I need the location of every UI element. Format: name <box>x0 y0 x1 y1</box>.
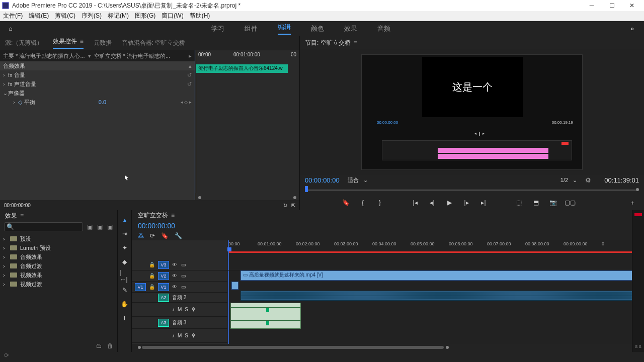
fx-badge-yuv-icon[interactable]: ▣ <box>106 223 113 230</box>
ec-panner[interactable]: 声像器 <box>8 89 192 97</box>
workspace-tab-color[interactable]: 颜色 <box>311 24 324 33</box>
home-icon[interactable]: ⌂ <box>6 24 15 33</box>
go-to-out-icon[interactable]: ▸| <box>479 198 488 207</box>
program-fit-dropdown[interactable]: 适合 ⌄ <box>348 176 368 184</box>
track-header-v2[interactable]: 🔒V2👁▭ <box>132 270 227 282</box>
effects-folder-audio-effects[interactable]: ›音频效果 <box>3 252 114 261</box>
track-header-a2-ctrl[interactable]: ♪MS🎙 <box>132 303 227 317</box>
workspace-tab-effects[interactable]: 效果 <box>344 24 357 33</box>
ec-fx-volume[interactable]: fx 音量 <box>8 71 187 79</box>
ec-fx-channel-volume[interactable]: fx 声道音量 <box>8 80 187 88</box>
tab-effect-controls[interactable]: 效果控件 ≡ <box>53 37 83 49</box>
extract-icon[interactable]: ⬒ <box>531 198 540 207</box>
ec-zoom-handle-left[interactable] <box>198 196 201 199</box>
fx-badge-32bit-icon[interactable]: ▣ <box>96 223 103 230</box>
minimize-button[interactable]: ─ <box>582 0 602 11</box>
clip-audio-a3[interactable] <box>230 303 301 329</box>
step-forward-icon[interactable]: |▸ <box>462 198 471 207</box>
comparison-icon[interactable]: ▢▢ <box>566 198 575 207</box>
timeline-ruler[interactable]: 00:00 00:01:00:00 00:02:00:00 00:03:00:0… <box>227 240 644 251</box>
pen-tool-icon[interactable]: ✎ <box>120 286 129 295</box>
type-tool-icon[interactable]: T <box>120 314 129 323</box>
ec-sequence-link[interactable]: 空旷立交桥 * 流行电子励志的... <box>94 52 171 60</box>
selection-tool-icon[interactable]: ▴ <box>120 215 129 224</box>
clip-v1-small[interactable] <box>231 282 238 290</box>
track-header-a3-ctrl[interactable]: ♪MS🎙 <box>132 329 227 343</box>
button-editor-icon[interactable]: ＋ <box>628 198 637 207</box>
add-marker-tl-icon[interactable]: 🔖 <box>161 232 169 239</box>
step-back-icon[interactable]: ◂| <box>428 198 437 207</box>
ec-balance-value[interactable]: 0.0 <box>99 99 106 105</box>
menu-help[interactable]: 帮助(H) <box>187 12 213 20</box>
workspace-tab-audio[interactable]: 音频 <box>377 24 390 33</box>
tab-source[interactable]: 源:（无剪辑） <box>5 39 43 47</box>
play-icon[interactable]: ▶ <box>445 198 454 207</box>
ec-export-icon[interactable]: ⇱ <box>291 203 295 208</box>
menu-markers[interactable]: 标记(M) <box>105 12 132 20</box>
playhead-icon[interactable] <box>227 247 231 251</box>
timeline-zoom-scroll[interactable] <box>132 344 644 352</box>
snap-icon[interactable]: ⁂ <box>138 232 144 239</box>
timeline-settings-icon[interactable]: 🔧 <box>175 232 182 239</box>
maximize-button[interactable]: ☐ <box>602 0 622 11</box>
mark-in-icon[interactable]: { <box>358 198 367 207</box>
add-marker-icon[interactable]: 🔖 <box>341 198 350 207</box>
program-scrubber[interactable] <box>300 185 644 195</box>
slip-tool-icon[interactable]: |↔| <box>120 272 129 281</box>
fx-badge-accel-icon[interactable]: ▣ <box>86 223 93 230</box>
linked-selection-icon[interactable]: ⟳ <box>150 232 155 239</box>
timeline-tracks-area[interactable]: 00:00 00:01:00:00 00:02:00:00 00:03:00:0… <box>227 240 644 344</box>
settings-icon[interactable]: ⚙ <box>585 176 591 184</box>
menu-graphics[interactable]: 图形(G) <box>132 12 158 20</box>
menu-sequence[interactable]: 序列(S) <box>78 12 105 20</box>
ec-clip-bar[interactable]: 流行电子励志的振奋人心音乐64124.w <box>196 64 288 73</box>
workspace-tab-assembly[interactable]: 组件 <box>245 24 258 33</box>
mark-out-icon[interactable]: } <box>375 198 384 207</box>
export-frame-icon[interactable]: 📷 <box>548 198 557 207</box>
workspace-overflow-icon[interactable]: » <box>630 25 634 32</box>
track-header-a3[interactable]: A3音频 3 <box>132 317 227 329</box>
timeline-sequence-name[interactable]: 空旷立交桥 <box>138 211 168 220</box>
effect-controls-panel: 源:（无剪辑） 效果控件 ≡ 元数据 音轨混合器: 空旷立交桥 主要 * 流行电… <box>0 36 300 210</box>
go-to-in-icon[interactable]: |◂ <box>411 198 420 207</box>
menu-window[interactable]: 窗口(W) <box>158 12 186 20</box>
track-select-tool-icon[interactable]: ⇥ <box>120 229 129 238</box>
menu-clip[interactable]: 剪辑(C) <box>52 12 78 20</box>
program-preview[interactable]: 这是一个 00;00;00;00 00;00;19;19 ◂‖▸ <box>361 54 583 170</box>
delete-icon[interactable]: 🗑 <box>107 342 113 349</box>
menu-file[interactable]: 文件(F) <box>0 12 26 20</box>
ec-mini-timeline[interactable]: 00:00 00:01:00:00 00 流行电子励志的振奋人心音乐64124.… <box>195 50 299 200</box>
menu-edit[interactable]: 编辑(E) <box>26 12 52 20</box>
track-header-v1[interactable]: V1🔒V1👁▭ <box>132 282 227 293</box>
program-video-frame: 这是一个 <box>422 57 523 117</box>
lift-icon[interactable]: ⬚ <box>514 198 523 207</box>
menu-bar: 文件(F) 编辑(E) 剪辑(C) 序列(S) 标记(M) 图形(G) 窗口(W… <box>0 11 644 21</box>
mini-timeline[interactable] <box>382 140 572 160</box>
new-bin-icon[interactable]: 🗀 <box>96 342 102 349</box>
workspace-tab-learn[interactable]: 学习 <box>211 24 224 33</box>
playhead-line[interactable] <box>228 240 229 344</box>
effects-folder-lumetri[interactable]: ›Lumetri 预设 <box>3 243 114 252</box>
clip-audio-a2[interactable] <box>240 291 633 301</box>
ripple-edit-tool-icon[interactable]: ✦ <box>120 243 129 252</box>
workspace-tab-editing[interactable]: 编辑 <box>278 23 291 35</box>
tab-audio-mixer[interactable]: 音轨混合器: 空旷立交桥 <box>122 39 186 47</box>
program-resolution-dropdown[interactable]: 1/2 ⌄ <box>560 177 577 184</box>
close-button[interactable]: ✕ <box>622 0 642 11</box>
timeline-current-time[interactable]: 00:00:00:00 <box>138 222 175 230</box>
effects-search-input[interactable]: 🔍 <box>4 222 83 231</box>
effects-folder-video-effects[interactable]: ›视频效果 <box>3 270 114 280</box>
tab-metadata[interactable]: 元数据 <box>94 39 112 47</box>
hand-tool-icon[interactable]: ✋ <box>120 300 129 309</box>
track-header-a2[interactable]: A2音频 2 <box>132 293 227 303</box>
effects-folder-video-transitions[interactable]: ›视频过渡 <box>3 280 114 289</box>
program-current-time[interactable]: 00:00:00:00 <box>305 176 340 184</box>
ec-balance-label[interactable]: 平衡 <box>24 99 99 106</box>
effects-folder-presets[interactable]: ›预设 <box>3 234 114 243</box>
track-header-v3[interactable]: 🔒V3👁▭ <box>132 259 227 270</box>
ec-loop-icon[interactable]: ↻ <box>283 203 287 208</box>
effects-folder-audio-transitions[interactable]: ›音频过渡 <box>3 261 114 270</box>
clip-video-title[interactable]: ▭ 高质量视频就是这样来的.mp4 [V] <box>240 270 633 281</box>
razor-tool-icon[interactable]: ◆ <box>120 257 129 266</box>
ec-zoom-handle-right[interactable] <box>293 196 296 199</box>
